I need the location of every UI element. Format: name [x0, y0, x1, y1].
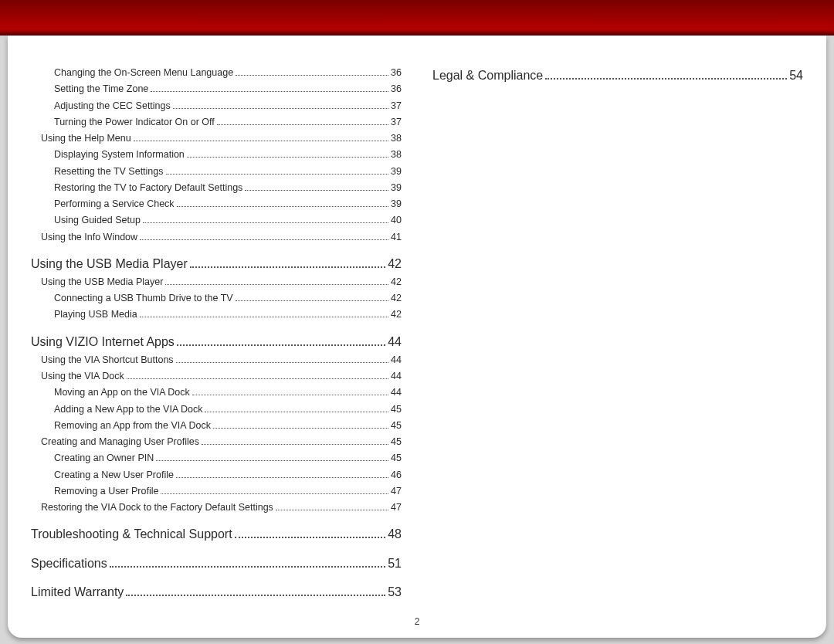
toc-leader [140, 231, 388, 240]
toc-leader [276, 502, 388, 511]
toc-entry-page: 39 [391, 164, 402, 180]
toc-entry-page: 39 [391, 180, 402, 196]
toc-entry-title: Turning the Power Indicator On or Off [54, 114, 215, 130]
toc-entry-page: 42 [391, 290, 402, 307]
toc-entry[interactable]: Connecting a USB Thumb Drive to the TV42 [54, 290, 402, 307]
toc-entry-title: Removing an App from the VIA Dock [54, 418, 211, 434]
toc-entry[interactable]: Removing a User Profile47 [54, 483, 402, 500]
toc-entry[interactable]: Using VIZIO Internet Apps44 [31, 331, 402, 352]
toc-entry-title: Using the USB Media Player [41, 274, 163, 290]
toc-entry[interactable]: Adjusting the CEC Settings37 [54, 98, 402, 114]
toc-entry-page: 53 [388, 581, 402, 602]
toc-entry[interactable]: Specifications51 [31, 553, 402, 574]
toc-entry[interactable]: Creating a New User Profile46 [54, 467, 402, 483]
toc-entry[interactable]: Using the Info Window41 [41, 229, 402, 246]
toc-leader [140, 309, 388, 318]
toc-entry-page: 42 [388, 253, 402, 274]
toc-entry[interactable]: Using the VIA Dock44 [41, 368, 402, 385]
toc-entry[interactable]: Creating and Managing User Profiles45 [41, 434, 402, 450]
toc-entry[interactable]: Creating an Owner PIN45 [54, 450, 402, 466]
toc-entry-title: Using the USB Media Player [31, 253, 188, 274]
toc-entry[interactable]: Performing a Service Check39 [54, 196, 402, 212]
toc-entry-page: 38 [391, 130, 402, 147]
toc-entry[interactable]: Resetting the TV Settings39 [54, 164, 402, 180]
toc-entry-title: Removing a User Profile [54, 483, 158, 500]
toc-entry[interactable]: Displaying System Information38 [54, 147, 402, 163]
toc-entry-page: 42 [391, 274, 402, 290]
toc-entry[interactable]: Legal & Compliance54 [432, 65, 803, 86]
toc-entry-page: 37 [391, 98, 402, 114]
toc-entry-title: Changing the On-Screen Menu Language [54, 65, 233, 81]
toc-entry-page: 44 [391, 352, 402, 368]
page-sheet: Changing the On-Screen Menu Language36Se… [8, 36, 826, 638]
toc-leader [202, 436, 388, 446]
toc-entry-title: Restoring the TV to Factory Default Sett… [54, 180, 242, 196]
toc-entry-page: 39 [391, 196, 402, 212]
toc-entry[interactable]: Setting the Time Zone36 [54, 81, 402, 97]
toc-entry-title: Adding a New App to the VIA Dock [54, 402, 202, 418]
toc-entry[interactable]: Moving an App on the VIA Dock44 [54, 385, 402, 401]
toc-leader [156, 452, 388, 462]
toc-entry[interactable]: Restoring the VIA Dock to the Factory De… [41, 500, 402, 516]
toc-entry-page: 44 [388, 331, 402, 352]
toc-entry-title: Performing a Service Check [54, 196, 175, 212]
toc-entry-page: 38 [391, 147, 402, 163]
toc-entry-title: Adjusting the CEC Settings [54, 98, 171, 114]
toc-entry-title: Using the VIA Dock [41, 368, 124, 385]
toc-entry-page: 45 [391, 418, 402, 434]
table-of-contents: Changing the On-Screen Menu Language36Se… [31, 65, 803, 630]
toc-leader [127, 371, 388, 380]
toc-entry-page: 45 [391, 434, 402, 450]
toc-entry-title: Using Guided Setup [54, 212, 141, 229]
toc-leader [110, 555, 385, 568]
toc-entry-title: Resetting the TV Settings [54, 164, 164, 180]
toc-leader [236, 66, 388, 76]
toc-leader [161, 485, 388, 494]
toc-leader [187, 149, 388, 158]
toc-entry-page: 44 [391, 385, 402, 401]
toc-entry[interactable]: Using the USB Media Player42 [41, 274, 402, 290]
toc-entry-title: Troubleshooting & Technical Support [31, 524, 232, 544]
toc-entry[interactable]: Adding a New App to the VIA Dock45 [54, 402, 402, 418]
toc-entry[interactable]: Changing the On-Screen Menu Language36 [54, 65, 402, 81]
toc-leader [165, 276, 388, 285]
toc-leader [545, 67, 787, 80]
toc-entry-page: 51 [388, 553, 402, 574]
toc-entry[interactable]: Restoring the TV to Factory Default Sett… [54, 180, 402, 196]
toc-entry-page: 36 [391, 81, 402, 97]
toc-entry-page: 45 [391, 450, 402, 466]
toc-leader [245, 181, 388, 191]
toc-leader [173, 100, 388, 109]
toc-entry[interactable]: Troubleshooting & Technical Support48 [31, 524, 402, 544]
toc-entry-title: Creating a New User Profile [54, 467, 174, 483]
toc-leader [177, 198, 388, 207]
page-number: 2 [8, 616, 826, 627]
toc-entry[interactable]: Limited Warranty53 [31, 581, 402, 602]
toc-entry-page: 40 [391, 212, 402, 229]
toc-entry[interactable]: Playing USB Media42 [54, 307, 402, 323]
toc-entry-title: Restoring the VIA Dock to the Factory De… [41, 500, 273, 516]
toc-entry-title: Creating and Managing User Profiles [41, 434, 199, 450]
toc-leader [177, 334, 385, 346]
toc-leader [143, 215, 388, 224]
toc-leader [126, 584, 385, 596]
toc-entry-page: 47 [391, 483, 402, 500]
toc-leader [235, 527, 386, 539]
toc-entry-page: 54 [789, 65, 803, 86]
toc-entry[interactable]: Using the Help Menu38 [41, 130, 402, 147]
toc-entry-title: Limited Warranty [31, 581, 124, 602]
toc-entry[interactable]: Using Guided Setup40 [54, 212, 402, 229]
toc-entry-page: 42 [391, 307, 402, 323]
toc-entry-title: Using VIZIO Internet Apps [31, 331, 175, 352]
toc-leader [205, 403, 388, 412]
toc-entry-page: 41 [391, 229, 402, 246]
toc-entry-title: Moving an App on the VIA Dock [54, 385, 190, 401]
toc-entry[interactable]: Using the VIA Shortcut Buttons44 [41, 352, 402, 368]
toc-entry-page: 47 [391, 500, 402, 516]
toc-leader [217, 116, 388, 125]
toc-leader [176, 354, 388, 363]
toc-entry[interactable]: Using the USB Media Player42 [31, 253, 402, 274]
toc-entry[interactable]: Removing an App from the VIA Dock45 [54, 418, 402, 434]
toc-entry-title: Using the VIA Shortcut Buttons [41, 352, 174, 368]
toc-entry[interactable]: Turning the Power Indicator On or Off37 [54, 114, 402, 130]
